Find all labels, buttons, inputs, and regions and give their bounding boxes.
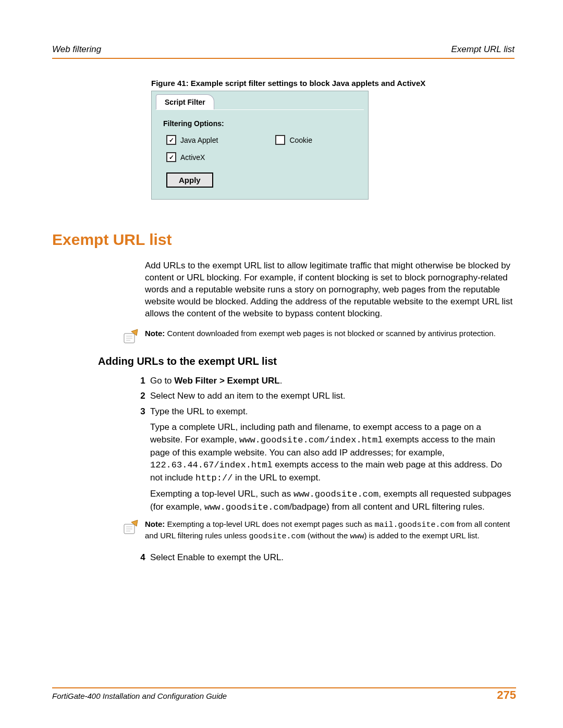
java-applet-label: Java Applet	[180, 136, 218, 144]
note-2-text: Note: Exempting a top-level URL does not…	[145, 519, 515, 542]
step-3-text: Type the URL to exempt. Type a complete …	[150, 405, 515, 513]
header-left: Web filtering	[52, 44, 101, 55]
header-right: Exempt URL list	[451, 44, 515, 55]
tab-script-filter[interactable]: Script Filter	[156, 94, 214, 109]
step-4-text: Select Enable to exempt the URL.	[150, 551, 515, 564]
activex-label: ActiveX	[180, 153, 205, 162]
filtering-options-label: Filtering Options:	[163, 119, 357, 128]
note-icon	[122, 328, 139, 345]
step-4-number: 4	[136, 551, 150, 564]
activex-checkbox[interactable]: ✓	[166, 152, 176, 162]
figure-caption: Figure 41: Example script filter setting…	[151, 79, 515, 88]
step-2-text: Select New to add an item to the exempt …	[150, 390, 515, 402]
java-applet-checkbox[interactable]: ✓	[166, 135, 176, 145]
step-2-number: 2	[136, 390, 150, 402]
footer-guide-title: FortiGate-400 Installation and Configura…	[52, 692, 227, 700]
step-1-number: 1	[136, 375, 150, 387]
screenshot-panel: Script Filter Filtering Options: ✓ Java …	[151, 91, 369, 200]
cookie-label: Cookie	[289, 136, 312, 144]
note-1-text: Note: Content downloaded from exempt web…	[145, 328, 496, 339]
intro-paragraph: Add URLs to the exempt URL list to allow…	[145, 260, 515, 320]
section-heading: Exempt URL list	[52, 231, 515, 249]
step-3-number: 3	[136, 405, 150, 513]
page-number: 275	[497, 688, 516, 702]
apply-button[interactable]: Apply	[166, 172, 213, 188]
subheading: Adding URLs to the exempt URL list	[98, 355, 515, 367]
note-icon	[122, 519, 139, 536]
cookie-checkbox[interactable]	[275, 135, 285, 145]
step-1-text: Go to Web Filter > Exempt URL.	[150, 375, 515, 387]
